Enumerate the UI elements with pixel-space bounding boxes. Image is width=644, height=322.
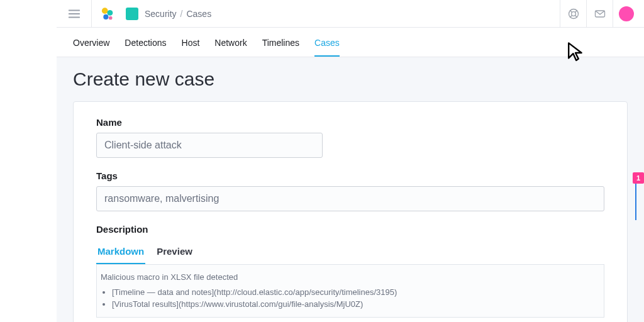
- description-textarea[interactable]: Malicious macro in XLSX file detected [T…: [96, 265, 604, 318]
- name-label: Name: [96, 117, 604, 128]
- newsfeed-button[interactable]: [586, 0, 613, 28]
- timeline-flyout-badge[interactable]: 1: [633, 172, 644, 184]
- description-bullet: [VirusTotal results](https://www.virusto…: [112, 298, 600, 311]
- timeline-flyout-handle[interactable]: [635, 179, 644, 220]
- svg-point-0: [102, 8, 108, 14]
- svg-point-5: [571, 11, 575, 16]
- tab-host[interactable]: Host: [182, 34, 200, 57]
- page-title: Create new case: [73, 69, 628, 90]
- security-nav-tabs: Overview Detections Host Network Timelin…: [57, 28, 644, 57]
- logo-icon: [99, 6, 115, 22]
- name-input[interactable]: [96, 133, 323, 158]
- breadcrumb-root[interactable]: Security: [145, 9, 177, 19]
- description-bullet: [Timeline — data and notes](http://cloud…: [112, 286, 600, 299]
- cursor-pointer-icon: [566, 42, 585, 67]
- tab-timelines[interactable]: Timelines: [262, 34, 299, 57]
- svg-point-3: [109, 16, 113, 19]
- description-field: Description Markdown Preview Malicious m…: [96, 224, 604, 318]
- svg-point-2: [103, 14, 108, 19]
- description-line: Malicious macro in XLSX file detected: [101, 271, 600, 284]
- space-selector[interactable]: [126, 8, 138, 20]
- tags-input[interactable]: [96, 186, 604, 211]
- tags-field: Tags: [96, 170, 604, 211]
- breadcrumb: Security / Cases: [145, 9, 211, 19]
- description-tab-preview[interactable]: Preview: [155, 240, 194, 264]
- menu-toggle-button[interactable]: [57, 0, 92, 27]
- description-tab-markdown[interactable]: Markdown: [96, 240, 145, 264]
- description-editor-tabs: Markdown Preview: [96, 240, 604, 265]
- svg-point-1: [107, 9, 113, 15]
- hamburger-icon: [67, 7, 81, 21]
- tags-label: Tags: [96, 170, 604, 181]
- name-field: Name: [96, 117, 604, 158]
- tab-network[interactable]: Network: [214, 34, 247, 57]
- breadcrumb-separator: /: [180, 9, 183, 19]
- avatar: [619, 6, 634, 21]
- breadcrumb-current: Cases: [186, 9, 211, 19]
- mail-icon: [594, 8, 606, 20]
- create-case-form: Name Tags Description Markdown Preview M…: [73, 101, 628, 322]
- top-header: Security / Cases: [57, 0, 644, 28]
- tab-overview[interactable]: Overview: [73, 34, 109, 57]
- elastic-logo[interactable]: [92, 6, 122, 22]
- main-content: Create new case Name Tags Description Ma…: [57, 57, 644, 322]
- lifebuoy-icon: [567, 8, 580, 20]
- description-label: Description: [96, 224, 604, 235]
- help-button[interactable]: [560, 0, 586, 28]
- tab-detections[interactable]: Detections: [125, 34, 166, 57]
- user-menu-button[interactable]: [613, 0, 639, 28]
- tab-cases[interactable]: Cases: [314, 34, 340, 57]
